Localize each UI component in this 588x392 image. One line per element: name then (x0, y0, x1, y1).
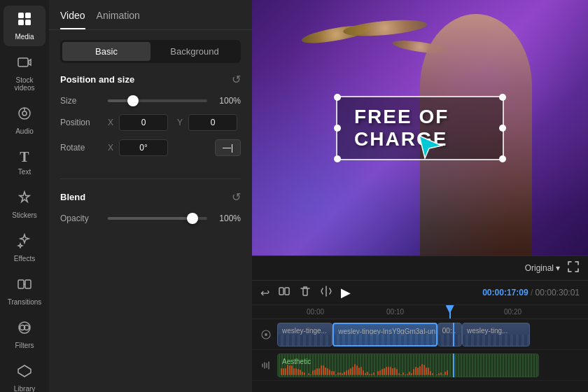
rotate-flip-button[interactable]: —| (215, 139, 241, 156)
handle-mr[interactable] (499, 125, 506, 132)
svg-rect-17 (285, 288, 289, 295)
audio-track-content: Aesthetic // Generate waveform bars inli… (277, 354, 585, 377)
text-overlay-box[interactable]: FREE OF CHARGE (336, 96, 504, 160)
sidebar-item-text[interactable]: T Text (4, 144, 46, 181)
quality-chevron: ▾ (556, 263, 560, 273)
fullscreen-button[interactable] (567, 260, 580, 276)
size-slider-thumb[interactable] (127, 95, 139, 106)
media-icon (17, 11, 32, 30)
clip-2[interactable]: wesley-tingey-lnsY9gGm3aI-unsplash.jpg (332, 323, 438, 346)
svg-rect-8 (18, 280, 24, 288)
handle-tr[interactable] (499, 94, 506, 101)
clip-4[interactable]: wesley-ting... (462, 323, 530, 346)
timeline-tracks: wesley-tinge... wesley-tingey-lnsY9gGm3a… (252, 319, 588, 392)
library-icon (17, 363, 32, 382)
delete-button[interactable] (299, 285, 312, 300)
opacity-control: Opacity 100% (60, 214, 241, 223)
clip-3[interactable]: 00:.. (438, 323, 462, 346)
handle-bl[interactable] (334, 155, 341, 162)
video-track-row: wesley-tinge... wesley-tingey-lnsY9gGm3a… (252, 319, 588, 350)
clip-1[interactable]: wesley-tinge... (277, 323, 332, 346)
sidebar: Media Stock videos Audio T Text (0, 0, 49, 392)
blend-reset[interactable]: ↺ (232, 190, 241, 204)
svg-point-6 (22, 111, 27, 115)
total-time: 00:00:30:01 (536, 288, 580, 298)
sidebar-item-stickers[interactable]: Stickers (4, 184, 46, 225)
split-button[interactable] (278, 285, 290, 300)
size-value: 100% (213, 96, 241, 106)
toggle-background[interactable]: Background (150, 42, 239, 61)
position-size-section: Position and size ↺ Size 100% Position X… (49, 73, 252, 164)
sidebar-item-label-stickers: Stickers (12, 211, 37, 219)
svg-rect-0 (18, 13, 24, 18)
sidebar-item-audio[interactable]: Audio (4, 100, 46, 141)
opacity-label: Opacity (60, 214, 102, 223)
rotate-control: Rotate X —| (60, 139, 241, 156)
position-y-pair: Y (177, 114, 241, 131)
svg-rect-9 (25, 280, 31, 288)
handle-ml[interactable] (334, 125, 341, 132)
timeline-ruler: 00:00 00:10 00:20 (252, 305, 588, 319)
handle-tl[interactable] (334, 94, 341, 101)
opacity-value: 100% (213, 214, 241, 223)
sidebar-item-effects[interactable]: Effects (4, 227, 46, 268)
panel-tab-bar: Video Animation (49, 0, 252, 30)
undo-button[interactable]: ↩ (260, 286, 270, 300)
rotate-x-input[interactable] (119, 139, 168, 156)
quality-selector[interactable]: Original ▾ (525, 263, 560, 273)
timeline: ↩ ▶ 00:00:17:09 / 00: (252, 280, 588, 392)
filters-icon (17, 320, 32, 339)
sidebar-item-label-text: Text (18, 168, 31, 176)
sidebar-item-label-media: Media (15, 33, 34, 41)
sidebar-item-label-transitions: Transitions (8, 298, 42, 306)
svg-point-19 (265, 333, 267, 336)
playhead-ruler (449, 305, 451, 318)
play-button[interactable]: ▶ (341, 285, 351, 300)
video-preview[interactable]: FREE OF CHARGE (252, 0, 588, 255)
overlay-text: FREE OF CHARGE (354, 106, 486, 150)
svg-marker-14 (18, 365, 31, 377)
opacity-slider-thumb[interactable] (187, 213, 198, 224)
position-label: Position (60, 118, 102, 127)
sidebar-item-label-audio: Audio (15, 127, 34, 135)
text-icon: T (20, 149, 29, 165)
audio-clip-1[interactable]: Aesthetic // Generate waveform bars inli… (277, 354, 539, 377)
position-x-input[interactable] (119, 114, 168, 131)
rotate-x-pair: X (108, 139, 209, 156)
svg-rect-2 (18, 20, 24, 25)
effects-icon (17, 233, 32, 252)
ruler-mark-0: 00:00 (307, 308, 324, 316)
sidebar-item-filters[interactable]: Filters (4, 314, 46, 355)
sidebar-item-media[interactable]: Media (4, 6, 46, 46)
ruler-mark-2: 00:20 (504, 308, 522, 316)
sidebar-item-label-effects: Effects (14, 255, 35, 262)
position-y-input[interactable] (188, 114, 237, 131)
tab-animation[interactable]: Animation (97, 10, 140, 29)
view-toggle: Basic Background (60, 40, 241, 63)
sidebar-item-label-stock: Stock videos (8, 76, 41, 92)
timeline-time: 00:00:17:09 / 00:00:30:01 (482, 288, 580, 298)
handle-br[interactable] (499, 155, 506, 162)
blend-header: Blend ↺ (60, 190, 241, 204)
svg-rect-1 (25, 13, 31, 18)
audio-track-icon (252, 360, 274, 371)
section-divider (60, 178, 241, 179)
sidebar-item-stock-videos[interactable]: Stock videos (4, 49, 46, 97)
tab-video[interactable]: Video (60, 10, 85, 29)
mirror-button[interactable] (320, 285, 332, 300)
svg-rect-4 (18, 58, 28, 66)
sidebar-item-library[interactable]: Library (4, 358, 46, 392)
rotate-label: Rotate (60, 143, 102, 153)
preview-area: FREE OF CHARGE Original ▾ ↩ (252, 0, 588, 392)
size-label: Size (60, 96, 102, 106)
x-axis-label: X (108, 118, 113, 127)
opacity-slider[interactable] (108, 217, 207, 220)
position-size-reset[interactable]: ↺ (232, 73, 241, 86)
settings-panel: Video Animation Basic Background Positio… (49, 0, 252, 392)
sidebar-item-transitions[interactable]: Transitions (4, 271, 46, 312)
size-slider[interactable] (108, 99, 207, 102)
preview-controls-bar: Original ▾ (252, 255, 588, 280)
toggle-basic[interactable]: Basic (62, 42, 150, 61)
video-track-content: wesley-tinge... wesley-tingey-lnsY9gGm3a… (277, 323, 585, 346)
position-size-header: Position and size ↺ (60, 73, 241, 86)
